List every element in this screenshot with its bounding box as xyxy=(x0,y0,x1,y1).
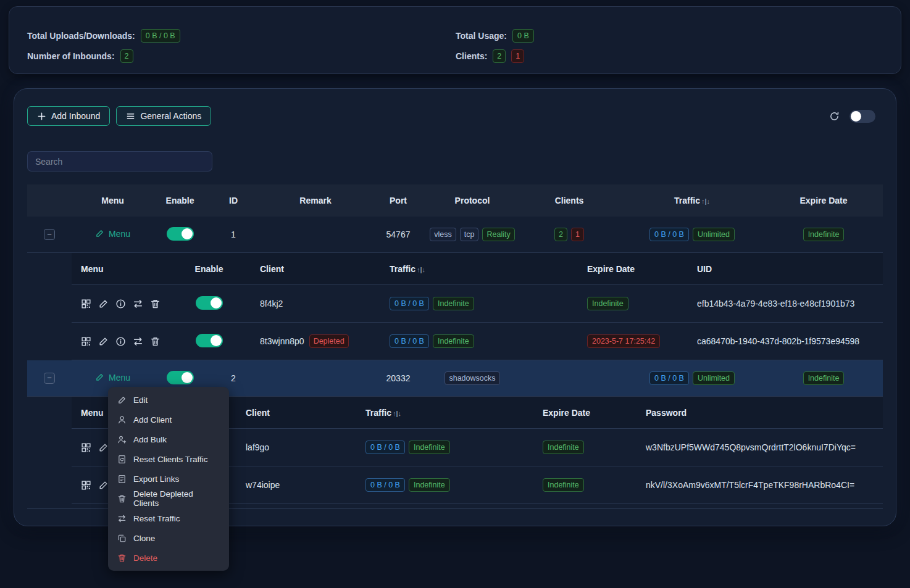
inbound-clients-tags: 2 1 xyxy=(519,228,620,241)
header-traffic[interactable]: Traffic↑|↓ xyxy=(365,408,543,418)
qr-code-icon[interactable] xyxy=(81,299,91,309)
client-name: w74ioipe xyxy=(246,480,280,490)
menu-item-add-bulk[interactable]: Add Bulk xyxy=(108,429,229,449)
inbound-context-menu: Edit Add Client Add Bulk Reset Clients T… xyxy=(108,387,229,571)
inbound-protocol-tags: vless tcp Reality xyxy=(426,228,519,241)
client-quota-badge: Indefinite xyxy=(409,441,450,454)
usage-value-badge: 0 B xyxy=(512,29,534,43)
menu-item-reset-clients-traffic[interactable]: Reset Clients Traffic xyxy=(108,449,229,469)
sort-arrows-icon: ↑|↓ xyxy=(417,266,425,273)
menu-item-label: Reset Traffic xyxy=(133,514,180,523)
menu-item-reset-traffic[interactable]: Reset Traffic xyxy=(108,508,229,528)
reset-traffic-icon[interactable] xyxy=(133,336,143,347)
inbound-menu-button[interactable]: Menu xyxy=(95,229,130,239)
edit-icon xyxy=(95,229,104,238)
general-actions-button[interactable]: General Actions xyxy=(116,106,211,126)
qr-code-icon[interactable] xyxy=(81,336,91,347)
protocol-tag: vless xyxy=(430,228,456,241)
client-actions xyxy=(72,299,173,309)
traffic-total-badge: Unlimited xyxy=(693,371,735,385)
expire-badge: Indefinite xyxy=(803,228,845,241)
menu-item-label: Add Client xyxy=(133,415,172,424)
header-password: Password xyxy=(646,408,883,418)
clients-active-badge: 2 xyxy=(554,228,567,241)
header-uid: UID xyxy=(689,264,883,274)
client-password: nkV/l/3XoAm9v6xMT/T5lcrF4TpeTKF98rHARbRo… xyxy=(646,480,883,490)
inbound-menu-button[interactable]: Menu xyxy=(95,373,130,383)
edit-icon xyxy=(95,373,104,382)
stat-inbounds-count: Number of Inbounds: 2 xyxy=(27,49,456,63)
menu-item-edit[interactable]: Edit xyxy=(108,390,229,410)
client-quota-badge: Indefinite xyxy=(433,334,474,348)
clients-label: Clients: xyxy=(456,50,487,63)
search-input[interactable] xyxy=(27,151,212,172)
client-enable-toggle[interactable] xyxy=(196,296,223,310)
document-reset-icon xyxy=(117,455,127,464)
menu-item-delete-depleted-clients[interactable]: Delete Depleted Clients xyxy=(108,489,229,508)
header-expire-date: Expire Date xyxy=(559,264,689,274)
refresh-icon[interactable] xyxy=(829,111,840,122)
menu-item-add-client[interactable]: Add Client xyxy=(108,410,229,429)
client-row: 8f4kj2 0 B / 0 B Indefinite Indefinite e… xyxy=(72,285,883,323)
stats-panel: Total Uploads/Downloads: 0 B / 0 B Numbe… xyxy=(9,6,901,74)
sort-arrows-icon: ↑|↓ xyxy=(393,410,401,417)
trash-icon[interactable] xyxy=(150,336,161,347)
edit-icon[interactable] xyxy=(98,336,109,347)
edit-icon[interactable] xyxy=(98,480,109,491)
trash-icon xyxy=(117,553,127,563)
info-icon[interactable] xyxy=(115,299,126,309)
inbound-enable-toggle[interactable] xyxy=(167,371,194,384)
menu-item-label: Clone xyxy=(133,534,155,543)
inbound-row-1[interactable]: − Menu 1 54767 vless tcp Reality 2 1 0 B… xyxy=(27,217,883,253)
person-icon xyxy=(117,415,127,424)
view-toggle[interactable] xyxy=(849,110,875,123)
header-enable: Enable xyxy=(173,264,244,274)
header-protocol: Protocol xyxy=(426,196,519,205)
client-row: 8t3wjnn8p0 Depleted 0 B / 0 B Indefinite… xyxy=(72,323,883,360)
clients-depleted-badge: 1 xyxy=(571,228,584,241)
menu-item-label: Add Bulk xyxy=(133,435,167,444)
header-menu: Menu xyxy=(72,264,173,274)
uploads-value-badge: 0 B / 0 B xyxy=(141,29,180,43)
menu-item-label: Edit xyxy=(133,395,148,405)
add-inbound-button[interactable]: Add Inbound xyxy=(27,106,110,126)
client-quota-badge: Indefinite xyxy=(409,478,450,492)
traffic-badge: 0 B / 0 B xyxy=(649,371,689,385)
inbound-id: 1 xyxy=(206,230,261,239)
qr-code-icon[interactable] xyxy=(81,442,91,453)
sort-arrows-icon: ↑|↓ xyxy=(701,197,710,205)
clients-table-header: Menu Enable Client Traffic↑|↓ Expire Dat… xyxy=(72,253,883,285)
client-name: 8t3wjnn8p0 xyxy=(260,336,304,346)
collapse-row-button[interactable]: − xyxy=(44,229,55,240)
edit-icon[interactable] xyxy=(98,299,109,309)
protocol-tag: shadowsocks xyxy=(445,371,499,385)
inbound-enable-toggle[interactable] xyxy=(167,227,194,241)
depleted-badge: Depleted xyxy=(309,334,349,348)
menu-item-export-links[interactable]: Export Links xyxy=(108,469,229,489)
traffic-total-badge: Unlimited xyxy=(693,228,735,241)
client-traffic-badge: 0 B / 0 B xyxy=(365,478,405,492)
client-enable-toggle[interactable] xyxy=(196,334,223,347)
menu-item-label: Export Links xyxy=(133,474,179,484)
header-traffic[interactable]: Traffic↑|↓ xyxy=(368,264,559,274)
info-icon[interactable] xyxy=(115,336,126,347)
traffic-badge: 0 B / 0 B xyxy=(649,228,689,241)
header-traffic[interactable]: Traffic↑|↓ xyxy=(620,196,764,205)
toolbar: Add Inbound General Actions xyxy=(27,106,883,126)
trash-icon[interactable] xyxy=(150,299,161,309)
reset-traffic-icon[interactable] xyxy=(133,299,143,309)
client-expire-badge: Indefinite xyxy=(587,297,628,310)
inbound-id: 2 xyxy=(206,373,261,383)
clients-total-badge: 2 xyxy=(493,49,506,63)
general-actions-label: General Actions xyxy=(140,111,201,121)
inbound-traffic-cell: 0 B / 0 B Unlimited xyxy=(620,371,764,385)
menu-bars-icon xyxy=(126,112,135,121)
stat-total-usage: Total Usage: 0 B xyxy=(456,29,883,43)
edit-icon[interactable] xyxy=(98,442,109,453)
menu-item-delete[interactable]: Delete xyxy=(108,548,229,568)
client-name: 8f4kj2 xyxy=(260,299,283,308)
qr-code-icon[interactable] xyxy=(81,480,91,491)
add-inbound-label: Add Inbound xyxy=(51,111,100,121)
menu-item-clone[interactable]: Clone xyxy=(108,528,229,548)
collapse-row-button[interactable]: − xyxy=(44,373,55,384)
